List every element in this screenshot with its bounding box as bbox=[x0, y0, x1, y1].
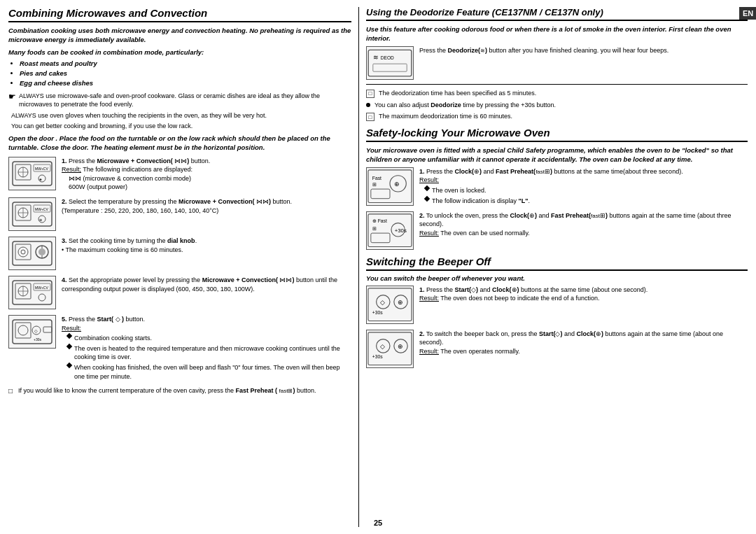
diamond-icon-s1b bbox=[424, 195, 430, 201]
svg-text:⊕: ⊕ bbox=[398, 343, 403, 350]
step-num-5: 5. bbox=[62, 316, 67, 323]
svg-text:MW+CV: MW+CV bbox=[35, 286, 48, 290]
deodorize-title: Using the Deodorize Feature (CE137NM / C… bbox=[366, 7, 748, 21]
result-line-1b: 600W (output power) bbox=[69, 183, 127, 190]
beeper-image-1: ◇ +30s ⊕ bbox=[366, 286, 414, 324]
step-text-3: 3. Set the cooking time by turning the d… bbox=[62, 237, 351, 254]
svg-text:+30s: +30s bbox=[372, 354, 384, 359]
svg-text:DEOD: DEOD bbox=[381, 55, 394, 59]
deod-item-2: You can also adjust Deodorize time by pr… bbox=[366, 101, 748, 110]
beeper-section: Switching the Beeper Off You can switch … bbox=[366, 255, 748, 368]
step-row-2: MW+CV ⊕ 2. Select the temperature by pre… bbox=[8, 197, 351, 231]
safety-step-row-1: Fast ⊞ ⊕ 1. Press the Clock(⊕) and Fast … bbox=[366, 167, 748, 206]
bottom-note-text: If you would like to know the current te… bbox=[18, 386, 316, 395]
step-row-5: ◇ +30s 5. Press the Start( ◇ ) button. R… bbox=[8, 315, 351, 381]
en-badge: EN bbox=[739, 7, 756, 20]
beeper-step-row-1: ◇ +30s ⊕ 1. Press the Start(◇) and Clock… bbox=[366, 286, 748, 324]
diamond-text-5a: Combination cooking starts. bbox=[74, 334, 152, 343]
beeper-step-row-2: ◇ +30s ⊕ 2. To switch the beeper back on… bbox=[366, 330, 748, 368]
diamond-row-s1b: The follow indication is display "L". bbox=[425, 197, 748, 206]
safety-steps: Fast ⊞ ⊕ 1. Press the Clock(⊕) and Fast … bbox=[366, 167, 748, 250]
step-num-4: 4. bbox=[62, 276, 67, 283]
deod-item-icon-2 bbox=[366, 103, 370, 107]
beeper-title: Switching the Beeper Off bbox=[366, 255, 748, 271]
diamond-row-5a: Combination cooking starts. bbox=[67, 334, 351, 343]
step-text-2: 2. Select the temperature by pressing th… bbox=[62, 197, 351, 215]
svg-text:⊞: ⊞ bbox=[372, 226, 377, 231]
svg-rect-44 bbox=[373, 64, 407, 71]
note-3: You can get better cooking and browning,… bbox=[8, 122, 351, 131]
beeper-step-text-1: 1. Press the Start(◇) and Clock(⊕) butto… bbox=[419, 286, 748, 303]
svg-rect-35 bbox=[15, 323, 31, 338]
bullet-item-1: Roast meats and poultry bbox=[20, 59, 351, 69]
step-text-4: 4. Set the appropriate power level by pr… bbox=[62, 276, 351, 293]
note-1: ☛ ALWAYS use microwave-safe and oven-pro… bbox=[8, 92, 351, 109]
result-text-1: The following indications are displayed: bbox=[83, 166, 192, 173]
right-column: Using the Deodorize Feature (CE137NM / C… bbox=[358, 7, 748, 527]
diamond-icon-5c bbox=[66, 363, 72, 368]
diamond-icon-5b bbox=[66, 344, 72, 349]
svg-rect-19 bbox=[15, 244, 31, 260]
note-text-2: ALWAYS use oven gloves when touching the… bbox=[11, 111, 267, 120]
page: EN Combining Microwaves and Convection C… bbox=[0, 0, 756, 534]
svg-text:◇: ◇ bbox=[380, 343, 385, 350]
note-text-1: ALWAYS use microwave-safe and oven-proof… bbox=[19, 92, 351, 109]
left-bottom-note: □ If you would like to know the current … bbox=[8, 386, 351, 396]
left-intro2: Many foods can be cooked in combination … bbox=[8, 48, 351, 57]
result-label-1: Result; bbox=[62, 166, 81, 173]
deod-item-text-1: The deodorization time has been specifie… bbox=[379, 89, 536, 98]
note-2: ALWAYS use oven gloves when touching the… bbox=[8, 111, 351, 120]
diamond-text-s1b: The follow indication is display "L". bbox=[432, 197, 530, 206]
deodorize-section: Using the Deodorize Feature (CE137NM / C… bbox=[366, 7, 748, 121]
svg-point-36 bbox=[18, 325, 28, 335]
step-image-1: MW+CV ◈ bbox=[8, 157, 56, 190]
svg-rect-48 bbox=[371, 189, 390, 199]
svg-text:⊕ Fast: ⊕ Fast bbox=[372, 218, 387, 223]
svg-point-20 bbox=[18, 247, 28, 257]
diamond-text-5b: The oven is heated to the required tempe… bbox=[74, 344, 351, 362]
deod-item-icon-3: □ bbox=[366, 113, 374, 121]
result-label-5: Result: bbox=[62, 325, 81, 332]
step-row-3: 3. Set the cooking time by turning the d… bbox=[8, 237, 351, 270]
diamond-text-s1a: The oven is locked. bbox=[432, 186, 486, 195]
note-text-3: You can get better cooking and browning,… bbox=[11, 122, 192, 131]
result-text-2: (Temperature : 250, 220, 200, 180, 160, … bbox=[62, 207, 218, 214]
step-num-3: 3. bbox=[62, 237, 67, 244]
deod-image-main: ≋ DEOD bbox=[366, 46, 414, 80]
svg-text:Fast: Fast bbox=[372, 176, 382, 181]
safety-section: Safety-locking Your Microwave Oven Your … bbox=[366, 127, 748, 250]
left-section-title: Combining Microwaves and Convection bbox=[8, 7, 351, 22]
result-line-1a: ⋈⋈ (microwave & convection combi mode) bbox=[69, 175, 191, 182]
deod-main-text: Press the Deodorize(≋) button after you … bbox=[419, 46, 748, 55]
steps-section: MW+CV ◈ 1. Press the Microwave + Convect… bbox=[8, 157, 351, 381]
diamond-icon-5a bbox=[66, 333, 72, 339]
diamond-text-5c: When cooking has finished, the oven will… bbox=[74, 363, 351, 381]
deodorize-intro: Use this feature after cooking odorous f… bbox=[366, 24, 748, 43]
svg-text:+30s: +30s bbox=[395, 227, 407, 234]
deod-item-text-3: The maximum deodorization time is 60 min… bbox=[379, 112, 512, 121]
svg-text:MW+CV: MW+CV bbox=[35, 167, 48, 171]
bottom-note-icon: □ bbox=[8, 386, 13, 396]
step-text-5: 5. Press the Start( ◇ ) button. Result: … bbox=[62, 315, 351, 381]
svg-rect-63 bbox=[368, 332, 412, 365]
diamond-row-s1a: The oven is locked. bbox=[425, 186, 748, 195]
deod-row-main: ≋ DEOD Press the Deodorize(≋) button aft… bbox=[366, 46, 748, 80]
beeper-intro: You can switch the beeper off whenever y… bbox=[366, 274, 748, 282]
safety-step-text-1: 1. Press the Clock(⊕) and Fast Preheat(f… bbox=[419, 167, 748, 205]
open-door-text: Open the door . Place the food on the tu… bbox=[8, 134, 351, 153]
step-num-1: 1. bbox=[62, 157, 67, 164]
svg-text:⊞: ⊞ bbox=[372, 182, 377, 187]
safety-step-row-2: ⊕ Fast ⊞ +30s 2. To unlock the oven, pre… bbox=[366, 211, 748, 250]
svg-text:≋: ≋ bbox=[373, 53, 379, 60]
svg-point-21 bbox=[21, 250, 25, 254]
step-image-2: MW+CV ⊕ bbox=[8, 197, 56, 231]
safety-image-2: ⊕ Fast ⊞ +30s bbox=[366, 211, 414, 250]
svg-text:MW+CV: MW+CV bbox=[35, 207, 48, 211]
deod-item-icon-1: □ bbox=[366, 90, 374, 98]
left-bullet-list: Roast meats and poultry Pies and cakes E… bbox=[20, 59, 351, 89]
diamond-row-5c: When cooking has finished, the oven will… bbox=[67, 363, 351, 381]
left-intro1: Combination cooking uses both microwave … bbox=[8, 26, 351, 45]
step-row-4: MW+CV 4. Set the appropriate power level… bbox=[8, 276, 351, 309]
step-num-2: 2. bbox=[62, 198, 67, 205]
svg-rect-54 bbox=[371, 233, 390, 243]
